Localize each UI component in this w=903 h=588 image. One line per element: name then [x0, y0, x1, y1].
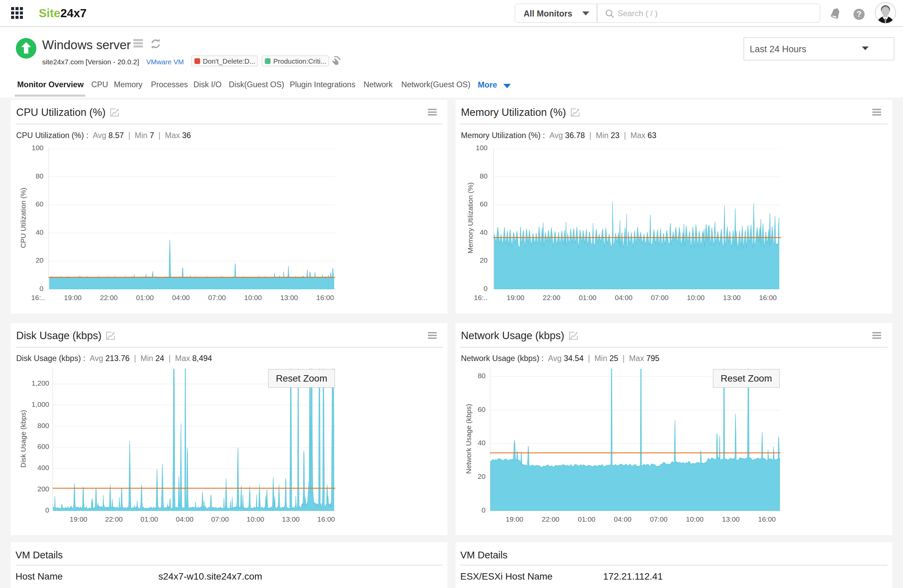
svg-text:?: ?: [856, 9, 862, 19]
